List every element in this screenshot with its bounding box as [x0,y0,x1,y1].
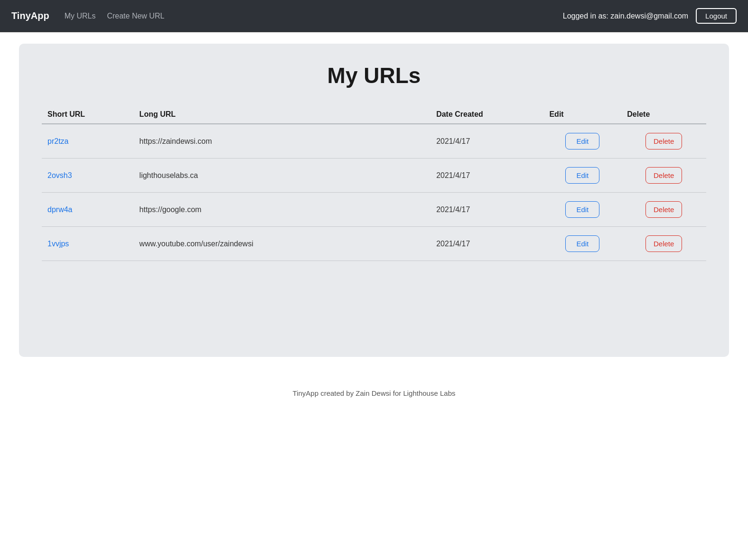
col-header-long-url: Long URL [134,105,431,124]
date-created-text: 2021/4/17 [430,159,543,193]
logout-button[interactable]: Logout [696,8,737,24]
date-created-text: 2021/4/17 [430,227,543,261]
col-header-edit: Edit [543,105,621,124]
short-url-link[interactable]: 1vvjps [47,240,69,248]
date-created-text: 2021/4/17 [430,193,543,227]
url-table: Short URL Long URL Date Created Edit Del… [42,105,706,261]
long-url-text: https://zaindewsi.com [134,124,431,159]
col-header-delete: Delete [621,105,706,124]
edit-button[interactable]: Edit [565,235,599,252]
table-header: Short URL Long URL Date Created Edit Del… [42,105,706,124]
footer-text: TinyApp created by Zain Dewsi for Lighth… [293,389,456,397]
long-url-text: www.youtube.com/user/zaindewsi [134,227,431,261]
edit-button[interactable]: Edit [565,133,599,149]
footer: TinyApp created by Zain Dewsi for Lighth… [0,389,748,407]
delete-button[interactable]: Delete [645,167,682,184]
edit-button[interactable]: Edit [565,201,599,218]
date-created-text: 2021/4/17 [430,124,543,159]
navbar-link-create-new-url[interactable]: Create New URL [107,12,164,20]
navbar-right: Logged in as: zain.dewsi@gmail.com Logou… [563,8,737,24]
page-title: My URLs [42,63,706,88]
navbar-links: My URLs Create New URL [65,12,563,20]
short-url-link[interactable]: pr2tza [47,137,68,145]
delete-button[interactable]: Delete [645,235,682,252]
delete-button[interactable]: Delete [645,133,682,149]
table-row: 1vvjpswww.youtube.com/user/zaindewsi2021… [42,227,706,261]
navbar-link-my-urls[interactable]: My URLs [65,12,96,20]
logged-in-text: Logged in as: zain.dewsi@gmail.com [563,12,688,20]
edit-button[interactable]: Edit [565,167,599,184]
long-url-text: https://google.com [134,193,431,227]
content-card: My URLs Short URL Long URL Date Created … [19,44,729,357]
col-header-short-url: Short URL [42,105,134,124]
table-header-row: Short URL Long URL Date Created Edit Del… [42,105,706,124]
table-body: pr2tzahttps://zaindewsi.com2021/4/17Edit… [42,124,706,261]
long-url-text: lighthouselabs.ca [134,159,431,193]
table-row: pr2tzahttps://zaindewsi.com2021/4/17Edit… [42,124,706,159]
table-row: dprw4ahttps://google.com2021/4/17EditDel… [42,193,706,227]
delete-button[interactable]: Delete [645,201,682,218]
navbar-brand[interactable]: TinyApp [11,10,49,21]
short-url-link[interactable]: 2ovsh3 [47,171,72,179]
col-header-date-created: Date Created [430,105,543,124]
short-url-link[interactable]: dprw4a [47,205,72,214]
table-row: 2ovsh3lighthouselabs.ca2021/4/17EditDele… [42,159,706,193]
navbar: TinyApp My URLs Create New URL Logged in… [0,0,748,32]
main-wrapper: My URLs Short URL Long URL Date Created … [0,32,748,376]
